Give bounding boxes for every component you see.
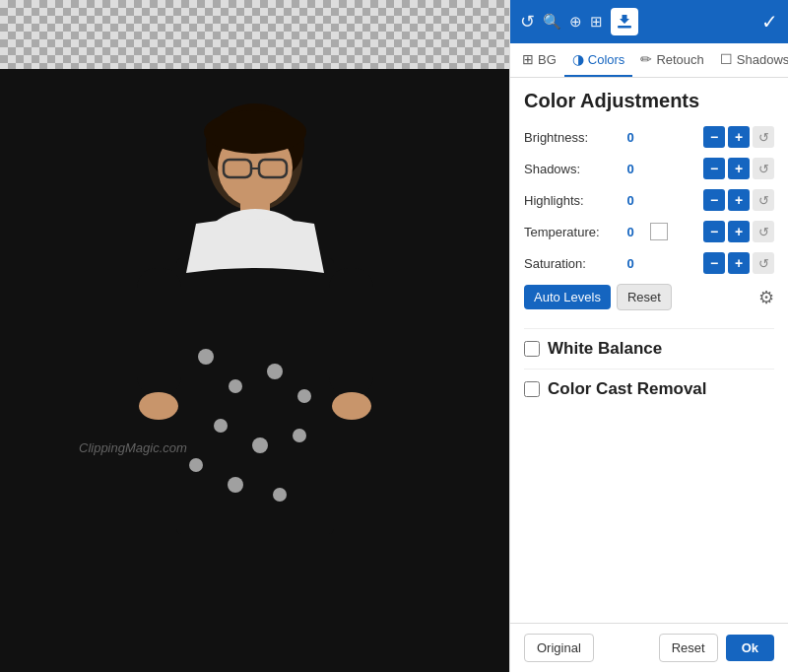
shadows-reset[interactable]: ↺	[753, 158, 774, 179]
saturation-value: 0	[617, 256, 644, 271]
saturation-plus[interactable]: +	[728, 252, 750, 274]
undo-icon[interactable]: ↺	[520, 11, 535, 33]
white-balance-section: White Balance	[524, 328, 774, 369]
tab-shadows[interactable]: ☐ Shadows	[712, 43, 788, 77]
temperature-label: Temperature:	[524, 225, 613, 239]
brightness-row: Brightness: 0 − + ↺	[524, 126, 774, 148]
tab-bg[interactable]: ⊞ BG	[514, 43, 564, 77]
saturation-reset-icon: ↺	[758, 256, 769, 271]
auto-levels-row: Auto Levels Reset ⚙	[524, 284, 774, 310]
shadows-value: 0	[617, 162, 644, 176]
highlights-label: Highlights:	[524, 193, 613, 208]
svg-point-13	[297, 389, 311, 403]
svg-point-17	[189, 458, 203, 472]
tab-colors-label: Colors	[588, 52, 625, 67]
saturation-minus[interactable]: −	[703, 252, 725, 274]
white-balance-label: White Balance	[548, 339, 662, 359]
ok-button[interactable]: Ok	[726, 635, 774, 661]
shadows-controls: − + ↺	[703, 158, 774, 179]
svg-point-16	[293, 429, 306, 442]
brightness-reset[interactable]: ↺	[753, 126, 774, 148]
brightness-label: Brightness:	[524, 130, 613, 145]
svg-point-25	[204, 110, 306, 154]
color-cast-label: Color Cast Removal	[548, 379, 707, 399]
checkerboard	[0, 0, 509, 69]
temperature-reset[interactable]: ↺	[753, 221, 774, 242]
saturation-row: Saturation: 0 − + ↺	[524, 252, 774, 274]
tab-shadows-label: Shadows	[737, 52, 788, 67]
temperature-value: 0	[617, 225, 644, 239]
brightness-minus[interactable]: −	[703, 126, 725, 148]
person-silhouette	[107, 81, 403, 672]
canvas-area: ClippingMagic.com	[0, 0, 509, 672]
shadows-row: Shadows: 0 − + ↺	[524, 158, 774, 179]
svg-rect-20	[137, 268, 181, 396]
highlights-value: 0	[617, 193, 644, 208]
svg-point-18	[228, 477, 243, 493]
highlights-row: Highlights: 0 − + ↺	[524, 189, 774, 211]
temperature-row: Temperature: 0 − + ↺	[524, 221, 774, 242]
saturation-label: Saturation:	[524, 256, 613, 271]
svg-point-22	[139, 392, 178, 420]
tab-retouch[interactable]: ✏ Retouch	[632, 43, 711, 77]
grid-icon[interactable]: ⊞	[590, 13, 603, 31]
brightness-controls: − + ↺	[703, 126, 774, 148]
svg-point-14	[214, 419, 228, 433]
svg-point-12	[267, 364, 283, 379]
svg-point-10	[198, 349, 214, 365]
svg-point-19	[273, 488, 287, 502]
brightness-value: 0	[617, 130, 644, 145]
colors-tab-icon: ◑	[572, 51, 584, 67]
highlights-plus[interactable]: +	[728, 189, 750, 211]
auto-levels-button[interactable]: Auto Levels	[524, 285, 611, 309]
reset-bottom-button[interactable]: Reset	[659, 634, 718, 662]
svg-marker-27	[620, 15, 629, 24]
highlights-reset-icon: ↺	[758, 193, 769, 208]
color-cast-section: Color Cast Removal	[524, 369, 774, 409]
brightness-reset-icon: ↺	[758, 130, 769, 145]
shadows-minus[interactable]: −	[703, 158, 725, 179]
section-title: Color Adjustments	[524, 90, 774, 112]
temperature-controls: − + ↺	[703, 221, 774, 242]
zoom-in-icon[interactable]: ⊕	[569, 13, 582, 31]
svg-rect-21	[329, 268, 373, 396]
download-svg	[617, 14, 632, 30]
right-panel: ↺ 🔍 ⊕ ⊞ ✓ ⊞ BG ◑ Colors ✏ Retouch	[509, 0, 788, 672]
temperature-reset-icon: ↺	[758, 225, 769, 239]
white-balance-checkbox[interactable]	[524, 341, 540, 357]
tabs: ⊞ BG ◑ Colors ✏ Retouch ☐ Shadows	[510, 43, 788, 78]
confirm-icon[interactable]: ✓	[761, 10, 778, 34]
original-button[interactable]: Original	[524, 634, 594, 662]
temperature-color-box	[650, 223, 668, 240]
bg-tab-icon: ⊞	[522, 51, 534, 67]
highlights-reset[interactable]: ↺	[753, 189, 774, 211]
svg-point-11	[229, 379, 242, 393]
shadows-reset-icon: ↺	[758, 162, 769, 176]
panel-content: Color Adjustments Brightness: 0 − + ↺ Sh…	[510, 78, 788, 623]
retouch-tab-icon: ✏	[640, 51, 652, 67]
svg-point-23	[332, 392, 371, 420]
svg-point-15	[252, 437, 268, 453]
settings-icon[interactable]: ⚙	[758, 287, 774, 308]
temperature-plus[interactable]: +	[728, 221, 750, 242]
tab-bg-label: BG	[538, 52, 557, 67]
shadows-plus[interactable]: +	[728, 158, 750, 179]
shadows-label: Shadows:	[524, 162, 613, 176]
toolbar-left: ↺ 🔍 ⊕ ⊞	[520, 8, 638, 35]
reset-button[interactable]: Reset	[617, 284, 672, 310]
shadows-tab-icon: ☐	[720, 51, 733, 67]
bottom-buttons: Original Reset Ok	[510, 623, 788, 672]
canvas-main	[0, 69, 509, 672]
tab-colors[interactable]: ◑ Colors	[564, 43, 633, 77]
zoom-out-icon[interactable]: 🔍	[543, 13, 561, 31]
brightness-plus[interactable]: +	[728, 126, 750, 148]
color-cast-checkbox[interactable]	[524, 381, 540, 397]
tab-retouch-label: Retouch	[656, 52, 703, 67]
highlights-controls: − + ↺	[703, 189, 774, 211]
saturation-reset[interactable]: ↺	[753, 252, 774, 274]
temperature-minus[interactable]: −	[703, 221, 725, 242]
toolbar: ↺ 🔍 ⊕ ⊞ ✓	[510, 0, 788, 43]
download-icon[interactable]	[611, 8, 638, 35]
svg-rect-26	[618, 26, 631, 29]
highlights-minus[interactable]: −	[703, 189, 725, 211]
